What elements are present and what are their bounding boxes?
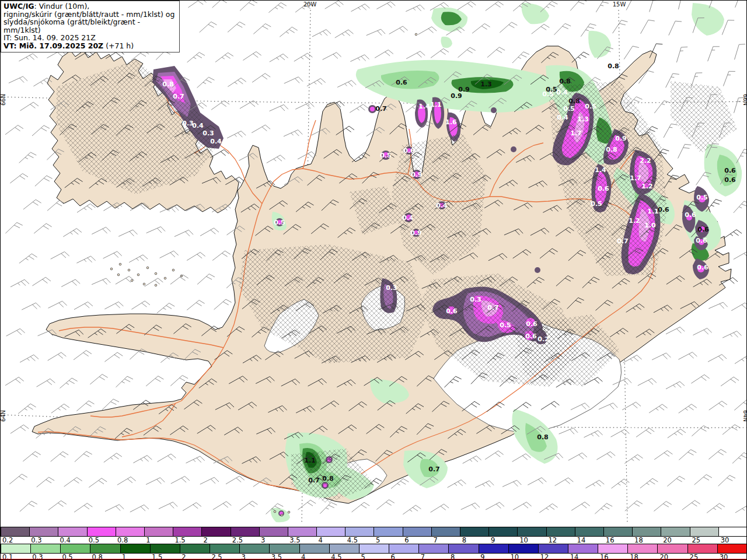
- legend-valid-time: VT: Mið. 17.09.2025 20Z (+71 h): [4, 42, 176, 50]
- precip-value-label: 0.9: [451, 92, 462, 100]
- colorbar-tick-label: 0.8: [117, 536, 128, 544]
- precip-value-label: 0.8: [322, 475, 334, 482]
- colorbar-cell: [432, 527, 460, 536]
- colorbar-cell: [509, 544, 539, 553]
- colorbar-cell: [61, 544, 90, 553]
- rain-colorbar: [1, 544, 747, 554]
- precip-value-label: 0.7: [375, 105, 387, 113]
- precip-value-label: 0.5: [591, 200, 602, 208]
- colorbar-cell: [30, 527, 58, 536]
- colorbar-tick-label: 18: [634, 536, 643, 544]
- colorbar-tick-label: 7: [433, 536, 437, 544]
- precip-value-label: 0.6: [658, 206, 669, 214]
- precip-value-label: 0.6: [697, 264, 708, 271]
- colorbar-cell: [718, 544, 747, 553]
- colorbar-tick-label: 2.5: [232, 536, 243, 544]
- colorbar-cell: [374, 527, 403, 536]
- legend-line-2: rigning/skúrir (grænt/blátt/rautt - mm/1…: [4, 10, 176, 19]
- colorbar-tick-label: 2: [204, 536, 208, 544]
- colorbar-cell: [330, 544, 359, 553]
- precip-value-label: 0.5: [542, 90, 554, 98]
- parallel-label: 64N: [1, 410, 6, 422]
- precip-value-label: 0.4: [402, 214, 414, 222]
- precip-value-label: 1.6: [445, 118, 457, 126]
- precip-value-label: 0.4: [557, 114, 568, 121]
- precip-value-label: 0.8: [606, 146, 617, 153]
- precip-value-label: 0.8: [162, 80, 174, 88]
- colorbar-cell: [604, 527, 633, 536]
- precip-value-label: 0.6: [697, 226, 709, 233]
- precip-value-label: 0.3: [470, 296, 481, 303]
- colorbar-tick-label: 14: [577, 536, 586, 544]
- meridian-label: 15W: [613, 1, 626, 8]
- colorbar-cell: [389, 544, 419, 553]
- colorbar-cell: [489, 527, 518, 536]
- colorbar-cell: [240, 544, 270, 553]
- colorbar-cell: [628, 544, 658, 553]
- colorbar-cell: [690, 527, 719, 536]
- precip-value-label: 0.7: [308, 477, 320, 484]
- precip-value-label: 0.2: [537, 335, 549, 343]
- iceland-weather-map: 0.60.90.91.30.80.80.50.80.70.60.60.60.61…: [1, 1, 747, 527]
- precip-value-label: 1.1: [430, 101, 442, 108]
- colorbar-tick-label: 4.5: [347, 536, 358, 544]
- colorbar-cell: [58, 527, 87, 536]
- precip-value-label: 0.7: [487, 304, 499, 312]
- precip-value-label: 1.2: [641, 183, 653, 190]
- precip-value-label: 1.4: [418, 103, 430, 110]
- colorbar-cell: [1, 544, 31, 553]
- colorbar-tick-label: 20: [663, 536, 672, 544]
- colorbar-panel: 0.20.30.40.50.811.522.533.544.5567891012…: [1, 526, 747, 560]
- colorbar-cell: [288, 527, 317, 536]
- precip-value-label: 1.3: [480, 80, 492, 88]
- colorbar-tick-label: 0.4: [60, 536, 70, 544]
- colorbar-cell: [460, 527, 489, 536]
- legend-line-3: slydda/snjókoma (grátt/bleikt/grænt - mm…: [4, 18, 176, 34]
- colorbar-cell: [359, 544, 389, 553]
- colorbar-cell: [90, 544, 120, 553]
- colorbar-cell: [317, 527, 345, 536]
- precip-value-label: 0.7: [617, 237, 629, 245]
- colorbar-cell: [598, 544, 628, 553]
- parallel-label: 64N: [742, 410, 747, 422]
- precip-value-label: 1.4: [595, 166, 606, 174]
- colorbar-cell: [260, 527, 288, 536]
- colorbar-cell: [151, 544, 180, 553]
- colorbar-tick-label: 16: [606, 536, 615, 544]
- product-id: UWC/IG: [4, 2, 34, 10]
- sleet-colorbar-labels: 0.20.30.40.50.811.522.533.544.5567891012…: [1, 537, 747, 544]
- legend-line-1: UWC/IG: Vindur (10m),: [4, 2, 176, 10]
- colorbar-cell: [88, 527, 116, 536]
- colorbar-tick-label: 12: [548, 536, 557, 544]
- precip-value-label: 0.9: [410, 229, 422, 237]
- colorbar-cell: [661, 527, 690, 536]
- colorbar-tick-label: 6: [404, 536, 409, 544]
- precip-value-label: 0.5: [585, 103, 596, 110]
- colorbar-tick-label: 1: [146, 536, 150, 544]
- precip-value-label: 0.4: [556, 89, 568, 96]
- colorbar-cell: [116, 527, 145, 536]
- precip-value-label: 0.6: [525, 332, 537, 340]
- precip-value-label: 0.4: [436, 202, 448, 209]
- colorbar-tick-label: 5: [376, 536, 380, 544]
- colorbar-cell: [518, 527, 546, 536]
- precip-value-label: 0.9: [615, 135, 627, 142]
- colorbar-cell: [31, 544, 61, 553]
- colorbar-cell: [633, 527, 661, 536]
- meridian-label: 20W: [303, 1, 317, 8]
- precip-value-label: 0.8: [608, 62, 619, 70]
- colorbar-cell: [202, 527, 231, 536]
- precip-value-label: 0.9: [411, 171, 423, 178]
- precip-value-label: 1.3: [577, 116, 589, 123]
- legend-box: UWC/IG: Vindur (10m), rigning/skúrir (gr…: [1, 1, 180, 52]
- colorbar-tick-label: 10: [519, 536, 528, 544]
- precip-value-label: 0.3: [203, 130, 214, 137]
- colorbar-cell: [270, 544, 299, 553]
- colorbar-cell: [145, 527, 173, 536]
- colorbar-cell: [1, 527, 30, 536]
- parallel-label: 66N: [1, 94, 6, 106]
- precip-value-label: 1.1: [647, 208, 659, 215]
- colorbar-tick-label: 4: [319, 536, 323, 544]
- precip-value-label: 1.7: [570, 130, 582, 137]
- precip-value-label: 0.8: [537, 433, 549, 441]
